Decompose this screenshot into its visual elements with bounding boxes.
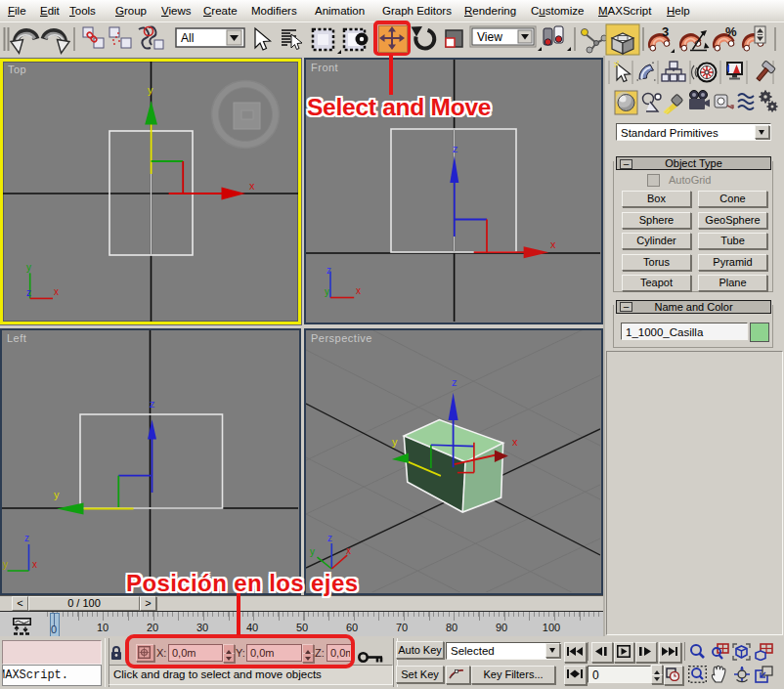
svg-text:y: y — [325, 286, 329, 297]
svg-text:z: z — [26, 286, 31, 297]
svg-text:z: z — [327, 265, 331, 276]
svg-text:y: y — [26, 262, 31, 273]
svg-text:x: x — [346, 545, 351, 556]
svg-text:%: % — [725, 24, 737, 39]
svg-text:y: y — [310, 546, 315, 557]
svg-text:x: x — [550, 238, 556, 250]
svg-text:3: 3 — [662, 24, 669, 39]
svg-text:y: y — [392, 436, 398, 448]
svg-text:z: z — [24, 533, 29, 543]
svg-text:z: z — [150, 398, 155, 409]
svg-text:y: y — [54, 489, 60, 500]
svg-text:y: y — [148, 84, 153, 96]
svg-text:z: z — [452, 376, 457, 388]
svg-text:x: x — [512, 436, 518, 448]
svg-text:x: x — [54, 286, 59, 297]
svg-text:x: x — [32, 559, 37, 570]
svg-text:y: y — [3, 559, 8, 570]
svg-text:All: All — [181, 31, 194, 45]
svg-text:x: x — [249, 180, 255, 192]
svg-text:x: x — [356, 285, 361, 296]
svg-text:z: z — [453, 143, 458, 154]
svg-text:View: View — [477, 30, 502, 44]
svg-text:z: z — [327, 533, 332, 543]
